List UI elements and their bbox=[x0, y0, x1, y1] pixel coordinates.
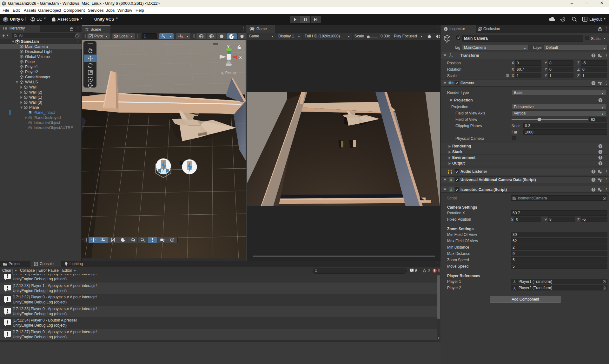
svg-text:x: x bbox=[239, 55, 242, 60]
svg-text:?: ? bbox=[599, 150, 601, 154]
svg-text:?: ? bbox=[599, 156, 601, 159]
svg-text:?: ? bbox=[592, 188, 594, 192]
svg-text:#: # bbox=[450, 188, 452, 192]
svg-text:#: # bbox=[450, 178, 452, 182]
svg-text:Y: Y bbox=[163, 36, 165, 39]
svg-text:#: # bbox=[513, 197, 515, 200]
svg-text:?: ? bbox=[592, 54, 594, 57]
svg-text:?: ? bbox=[599, 162, 601, 165]
svg-text:?: ? bbox=[592, 81, 594, 85]
svg-text:y: y bbox=[227, 43, 230, 48]
svg-text:?: ? bbox=[592, 178, 594, 182]
svg-text:?: ? bbox=[599, 99, 601, 102]
svg-text:⩽ Persp: ⩽ Persp bbox=[221, 70, 236, 75]
svg-text:?: ? bbox=[592, 170, 594, 173]
svg-text:?: ? bbox=[599, 145, 601, 148]
